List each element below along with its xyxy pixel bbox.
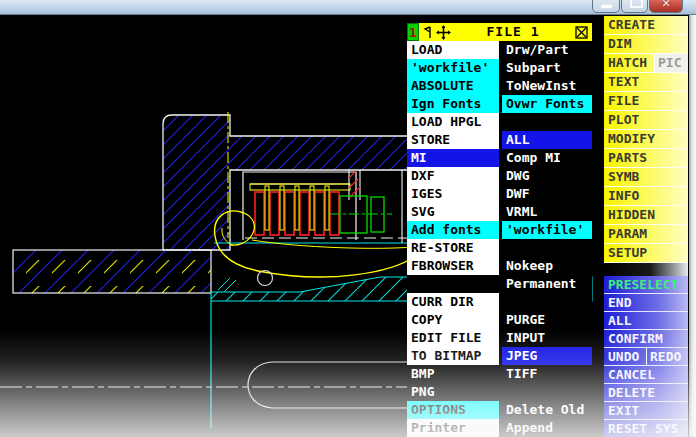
sidebar-item-symb[interactable]: SYMB [604, 168, 688, 187]
sidebar-item-label: PRESELECT [604, 276, 688, 293]
sidebar-item-undo[interactable]: UNDOREDO [604, 348, 688, 366]
menu-item-options[interactable]: OPTIONS [407, 401, 499, 419]
sidebar-item-exit[interactable]: EXIT [604, 402, 688, 420]
sidebar-item-text[interactable]: TEXT [604, 73, 688, 92]
file-menu-header: 1 FILE 1 [407, 23, 592, 41]
sidebar-item-file[interactable]: FILE [604, 92, 688, 111]
menu-item-svg[interactable]: SVG [407, 203, 499, 221]
menu-row: 'workfile'Subpart [407, 59, 592, 77]
menu-item-empty [407, 275, 499, 293]
move-icon[interactable] [436, 25, 451, 40]
menu-item-append[interactable]: Append [502, 419, 592, 437]
window-titlebar[interactable]: ✕ [0, 0, 696, 15]
menu-row: COPYPURGE [407, 311, 592, 329]
menu-item-tonewinst[interactable]: ToNewInst [502, 77, 592, 95]
menu-item-to-bitmap[interactable]: TO BITMAP [407, 347, 499, 365]
menu-item-workfile[interactable]: 'workfile' [407, 59, 499, 77]
sidebar-item-label: TEXT [604, 73, 688, 91]
menu-item-vrml[interactable]: VRML [502, 203, 592, 221]
sidebar-item-delete[interactable]: DELETE [604, 384, 688, 402]
command-sidebar: CREATEDIMHATCHPICTEXTFILEPLOTMODIFYPARTS… [604, 16, 688, 437]
menu-item-comp-mi[interactable]: Comp MI [502, 149, 592, 167]
menu-row: LOAD HPGL [407, 113, 592, 131]
menu-level-badge: 1 [407, 23, 419, 41]
sidebar-item-parts[interactable]: PARTS [604, 149, 688, 168]
menu-row: STOREALL [407, 131, 592, 149]
sidebar-item-label: HATCH [604, 54, 654, 72]
sidebar-item-preselect[interactable]: PRESELECT [604, 276, 688, 294]
sidebar-item-param[interactable]: PARAM [604, 225, 688, 244]
sidebar-item-cancel[interactable]: CANCEL [604, 366, 688, 384]
menu-item-edit-file[interactable]: EDIT FILE [407, 329, 499, 347]
menu-item-drw-part[interactable]: Drw/Part [502, 41, 592, 59]
minimize-icon [601, 5, 612, 8]
sidebar-item-label: INFO [604, 187, 688, 205]
menu-item-all[interactable]: ALL [502, 131, 592, 149]
window-right-border [689, 15, 696, 437]
close-button[interactable]: ✕ [649, 0, 683, 13]
sidebar-item-info[interactable]: INFO [604, 187, 688, 206]
menu-item-printer[interactable]: Printer [407, 419, 499, 437]
sidebar-item-label: END [604, 294, 688, 311]
sidebar-item-all[interactable]: ALL [604, 312, 688, 330]
sidebar-item-plot[interactable]: PLOT [604, 111, 688, 130]
menu-item-tiff[interactable]: TIFF [502, 365, 592, 383]
menu-item-nokeep[interactable]: Nokeep [502, 257, 592, 275]
menu-item-mi[interactable]: MI [407, 149, 499, 167]
menu-item-png[interactable]: PNG [407, 383, 499, 401]
menu-rows: LOADDrw/Part'workfile'SubpartABSOLUTEToN… [407, 41, 592, 437]
maximize-button[interactable] [621, 0, 648, 13]
sidebar-item-setup[interactable]: SETUP [604, 244, 688, 263]
menu-item-store[interactable]: STORE [407, 131, 499, 149]
menu-item-load-hpgl[interactable]: LOAD HPGL [407, 113, 499, 131]
sidebar-bottom-group: PRESELECTENDALLCONFIRMUNDOREDOCANCELDELE… [604, 276, 688, 437]
menu-item-fbrowser[interactable]: FBROWSER [407, 257, 499, 275]
sidebar-item-reset-sys[interactable]: RESET SYS [604, 420, 688, 437]
menu-item-load[interactable]: LOAD [407, 41, 499, 59]
menu-item-delete-old[interactable]: Delete Old [502, 401, 592, 419]
menu-item-purge[interactable]: PURGE [502, 311, 592, 329]
menu-row: OPTIONSDelete Old [407, 401, 592, 419]
sidebar-item-label: HIDDEN [604, 206, 688, 224]
menu-row: PrinterAppend [407, 419, 592, 437]
sidebar-gap [604, 263, 688, 276]
menu-row: CURR DIR [407, 293, 592, 311]
menu-item-iges[interactable]: IGES [407, 185, 499, 203]
sidebar-item-confirm[interactable]: CONFIRM [604, 330, 688, 348]
pin-icon[interactable] [423, 25, 434, 39]
sidebar-item-label: FILE [604, 92, 688, 110]
menu-item-curr-dir[interactable]: CURR DIR [407, 293, 499, 311]
menu-close-icon[interactable] [575, 26, 588, 39]
sidebar-item-modify[interactable]: MODIFY [604, 130, 688, 149]
sidebar-item-label: DELETE [604, 384, 688, 401]
menu-row: PNG [407, 383, 592, 401]
menu-item-bmp[interactable]: BMP [407, 365, 499, 383]
sidebar-item-pic[interactable]: PIC [654, 54, 688, 72]
menu-item-dwg[interactable]: DWG [502, 167, 592, 185]
menu-item-subpart[interactable]: Subpart [502, 59, 592, 77]
menu-item-dxf[interactable]: DXF [407, 167, 499, 185]
menu-item-re-store[interactable]: RE-STORE [407, 239, 499, 257]
menu-item-copy[interactable]: COPY [407, 311, 499, 329]
sidebar-item-end[interactable]: END [604, 294, 688, 312]
menu-item-empty [502, 239, 592, 257]
menu-item-empty [502, 383, 592, 401]
menu-item-ovwr-fonts[interactable]: Ovwr Fonts [502, 95, 592, 113]
menu-item-absolute[interactable]: ABSOLUTE [407, 77, 499, 95]
menu-item-workfile[interactable]: 'workfile' [502, 221, 592, 239]
menu-item-dwf[interactable]: DWF [502, 185, 592, 203]
sidebar-item-create[interactable]: CREATE [604, 16, 688, 35]
sidebar-item-redo[interactable]: REDO [646, 348, 688, 365]
menu-item-ign-fonts[interactable]: Ign Fonts [407, 95, 499, 113]
sidebar-item-hidden[interactable]: HIDDEN [604, 206, 688, 225]
menu-item-jpeg[interactable]: JPEG [502, 347, 592, 365]
sidebar-item-label: SETUP [604, 244, 688, 262]
menu-item-permanent[interactable]: Permanent [502, 275, 592, 293]
menu-item-input[interactable]: INPUT [502, 329, 592, 347]
menu-item-add-fonts[interactable]: Add fonts [407, 221, 499, 239]
sidebar-item-label: CONFIRM [604, 330, 688, 347]
sidebar-item-label: PARTS [604, 149, 688, 167]
sidebar-item-hatch[interactable]: HATCHPIC [604, 54, 688, 73]
minimize-button[interactable] [592, 0, 620, 13]
sidebar-item-dim[interactable]: DIM [604, 35, 688, 54]
